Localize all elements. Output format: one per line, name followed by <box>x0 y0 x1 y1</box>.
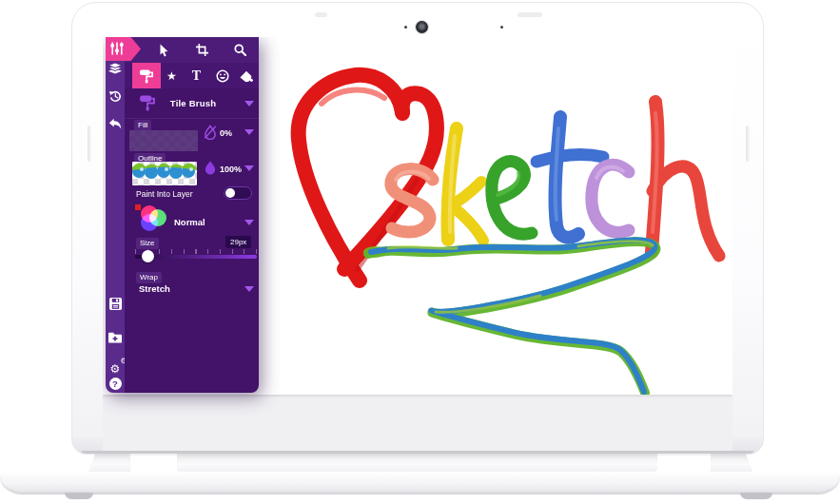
screen: sketch <box>103 37 733 456</box>
bezel-detail <box>518 12 542 17</box>
layers-icon <box>108 63 122 75</box>
lid-groove <box>746 126 750 162</box>
outline-swatch[interactable] <box>132 162 197 185</box>
history-icon <box>108 89 122 103</box>
add-folder-icon <box>108 332 122 343</box>
save-icon <box>109 298 122 310</box>
primary-tool-row <box>125 37 259 63</box>
paint-roller-icon <box>139 68 154 84</box>
crop-tool-button[interactable] <box>189 37 215 63</box>
sticker-tool-button[interactable] <box>209 63 235 88</box>
chevron-down-icon[interactable] <box>244 129 254 135</box>
brush-tool-row: ★ T <box>125 63 259 88</box>
chevron-down-icon[interactable] <box>244 101 254 107</box>
toolbox-sidebar: ⚙ ⚙ ? <box>106 37 259 393</box>
size-value-badge: 29px <box>225 236 251 248</box>
brush-name: Tile Brush <box>159 98 227 108</box>
laptop-base <box>0 472 840 494</box>
paint-roller-tool-button[interactable] <box>132 63 161 88</box>
help-button[interactable]: ? <box>108 377 122 390</box>
fill-swatch[interactable] <box>129 130 198 151</box>
help-icon: ? <box>109 378 122 390</box>
text-tool-icon: T <box>192 69 201 83</box>
letter-c <box>592 165 629 232</box>
laptop-lid: sketch <box>71 2 764 455</box>
brush-panel: ★ T <box>125 37 259 393</box>
fill-bucket-tool-button[interactable] <box>233 63 259 88</box>
tile-pattern <box>132 162 197 185</box>
laptop-mockup: sketch <box>0 0 840 504</box>
wrap-value: Stretch <box>139 283 170 294</box>
fill-opacity-value: 0% <box>220 128 232 138</box>
chevron-down-icon[interactable] <box>244 220 254 225</box>
size-label: Size <box>136 238 159 249</box>
hinge-bar <box>177 454 657 472</box>
paint-bucket-icon <box>239 69 253 83</box>
droplet-icon[interactable] <box>204 160 217 175</box>
hinge-foot-right <box>711 454 752 472</box>
paint-into-layer-toggle[interactable] <box>224 186 252 200</box>
base-foot-left <box>65 493 93 499</box>
microphone-dot <box>500 26 503 29</box>
cursor-tool-button[interactable] <box>150 37 176 63</box>
star-tool-button[interactable]: ★ <box>159 63 185 88</box>
bezel-detail <box>315 12 327 17</box>
fill-label: Fill <box>134 120 151 131</box>
ribbon-squiggle <box>363 240 655 393</box>
settings-button[interactable]: ⚙ ⚙ <box>108 361 122 375</box>
zoom-search-icon <box>234 44 246 56</box>
droplet-slash-icon[interactable] <box>204 125 217 140</box>
undo-button[interactable] <box>108 117 122 130</box>
chevron-down-icon[interactable] <box>244 286 254 292</box>
brush-header[interactable]: Tile Brush <box>125 88 259 119</box>
letter-e <box>492 162 532 235</box>
save-button[interactable] <box>108 297 122 310</box>
settings-gears-icon: ⚙ ⚙ <box>110 359 121 377</box>
base-foot-right <box>740 493 772 499</box>
paint-roller-icon <box>139 94 156 111</box>
lid-groove <box>88 126 91 162</box>
tool-rail: ⚙ ⚙ ? <box>106 37 125 393</box>
blend-mode-value: Normal <box>174 217 205 227</box>
zoom-tool-button[interactable] <box>227 37 253 63</box>
crop-icon <box>196 44 208 56</box>
undo-icon <box>108 118 122 130</box>
microphone-dot <box>404 26 407 29</box>
outline-opacity-value: 100% <box>220 165 242 174</box>
webcam-icon <box>416 21 428 33</box>
size-slider-knob[interactable] <box>142 250 154 262</box>
sliders-icon <box>109 41 125 56</box>
chevron-down-icon[interactable] <box>244 165 254 171</box>
add-folder-button[interactable] <box>108 331 122 344</box>
layers-button[interactable] <box>108 62 122 75</box>
sticker-face-icon <box>216 69 229 83</box>
star-icon: ★ <box>166 70 177 82</box>
text-tool-button[interactable]: T <box>184 63 209 88</box>
hinge-foot-left <box>88 454 130 472</box>
letter-h <box>652 102 719 256</box>
cursor-icon <box>158 44 169 57</box>
history-button[interactable] <box>108 89 122 103</box>
rgb-color-wheel-icon[interactable] <box>135 204 169 234</box>
letter-k <box>448 128 483 241</box>
paint-into-layer-label: Paint Into Layer <box>136 189 193 199</box>
wrap-label: Wrap <box>136 272 162 283</box>
